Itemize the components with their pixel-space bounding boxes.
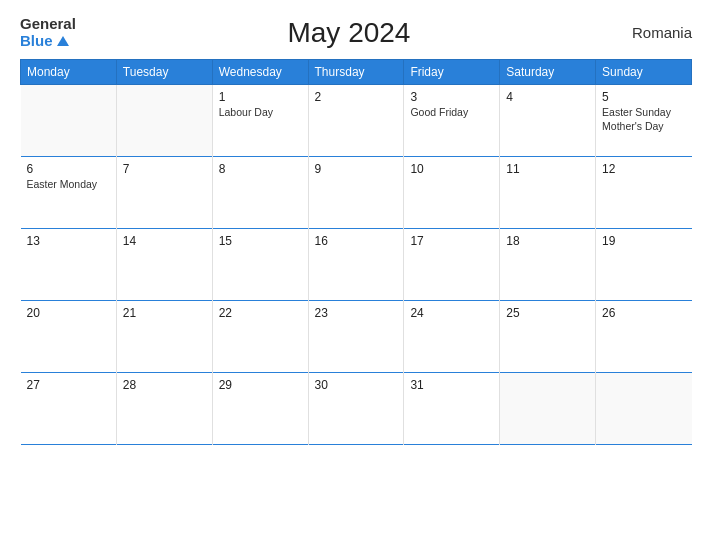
calendar-week-4: 20212223242526 [21,301,692,373]
day-number: 9 [315,162,398,176]
calendar-cell: 11 [500,157,596,229]
logo: General Blue [20,16,76,49]
day-number: 24 [410,306,493,320]
calendar-cell: 6Easter Monday [21,157,117,229]
day-number: 16 [315,234,398,248]
calendar-cell: 9 [308,157,404,229]
calendar-cell: 4 [500,85,596,157]
calendar-cell: 26 [596,301,692,373]
day-event: Mother's Day [602,120,685,134]
day-number: 29 [219,378,302,392]
day-number: 7 [123,162,206,176]
day-number: 13 [27,234,110,248]
day-number: 12 [602,162,685,176]
header-thursday: Thursday [308,60,404,85]
calendar-cell: 29 [212,373,308,445]
calendar-cell: 21 [116,301,212,373]
day-number: 27 [27,378,110,392]
day-number: 17 [410,234,493,248]
calendar-cell: 22 [212,301,308,373]
header-sunday: Sunday [596,60,692,85]
logo-blue-text: Blue [20,33,76,50]
calendar-cell: 7 [116,157,212,229]
day-number: 26 [602,306,685,320]
header-saturday: Saturday [500,60,596,85]
day-event: Easter Sunday [602,106,685,120]
day-number: 31 [410,378,493,392]
header-wednesday: Wednesday [212,60,308,85]
calendar-cell [500,373,596,445]
calendar-cell: 5Easter SundayMother's Day [596,85,692,157]
calendar-title: May 2024 [76,17,622,49]
day-number: 30 [315,378,398,392]
day-number: 28 [123,378,206,392]
calendar-cell: 30 [308,373,404,445]
calendar-cell: 23 [308,301,404,373]
day-number: 14 [123,234,206,248]
day-number: 21 [123,306,206,320]
day-number: 11 [506,162,589,176]
day-number: 25 [506,306,589,320]
day-number: 6 [27,162,110,176]
calendar-week-5: 2728293031 [21,373,692,445]
calendar-cell [116,85,212,157]
calendar-cell: 25 [500,301,596,373]
calendar-cell: 27 [21,373,117,445]
logo-triangle-icon [57,36,69,46]
calendar-cell: 8 [212,157,308,229]
calendar-header: General Blue May 2024 Romania [20,16,692,49]
calendar-week-1: 1Labour Day23Good Friday45Easter SundayM… [21,85,692,157]
day-number: 5 [602,90,685,104]
calendar-cell: 10 [404,157,500,229]
calendar-cell: 1Labour Day [212,85,308,157]
calendar-week-3: 13141516171819 [21,229,692,301]
calendar-cell: 28 [116,373,212,445]
day-number: 18 [506,234,589,248]
calendar-cell: 31 [404,373,500,445]
day-number: 10 [410,162,493,176]
day-event: Easter Monday [27,178,110,192]
header-friday: Friday [404,60,500,85]
day-event: Good Friday [410,106,493,120]
day-event: Labour Day [219,106,302,120]
calendar-cell: 24 [404,301,500,373]
days-header-row: Monday Tuesday Wednesday Thursday Friday… [21,60,692,85]
calendar-cell: 3Good Friday [404,85,500,157]
day-number: 2 [315,90,398,104]
day-number: 15 [219,234,302,248]
day-number: 1 [219,90,302,104]
calendar-cell: 12 [596,157,692,229]
calendar-table: Monday Tuesday Wednesday Thursday Friday… [20,59,692,445]
calendar-cell: 17 [404,229,500,301]
day-number: 4 [506,90,589,104]
calendar-week-2: 6Easter Monday789101112 [21,157,692,229]
calendar-cell: 18 [500,229,596,301]
calendar-cell: 13 [21,229,117,301]
calendar-cell: 14 [116,229,212,301]
logo-general-text: General [20,16,76,33]
country-label: Romania [622,24,692,41]
day-number: 20 [27,306,110,320]
calendar-cell: 15 [212,229,308,301]
day-number: 8 [219,162,302,176]
day-number: 19 [602,234,685,248]
header-monday: Monday [21,60,117,85]
calendar-cell: 16 [308,229,404,301]
calendar-cell: 20 [21,301,117,373]
calendar-page: General Blue May 2024 Romania Monday Tue… [0,0,712,550]
calendar-cell: 2 [308,85,404,157]
calendar-cell [21,85,117,157]
day-number: 3 [410,90,493,104]
day-number: 23 [315,306,398,320]
day-number: 22 [219,306,302,320]
calendar-cell [596,373,692,445]
header-tuesday: Tuesday [116,60,212,85]
calendar-cell: 19 [596,229,692,301]
